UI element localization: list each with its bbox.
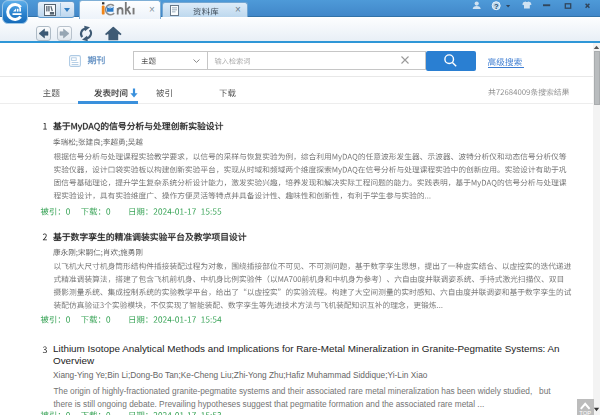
svg-text:TOP: TOP: [579, 410, 591, 415]
svg-text:?: ?: [494, 2, 499, 11]
